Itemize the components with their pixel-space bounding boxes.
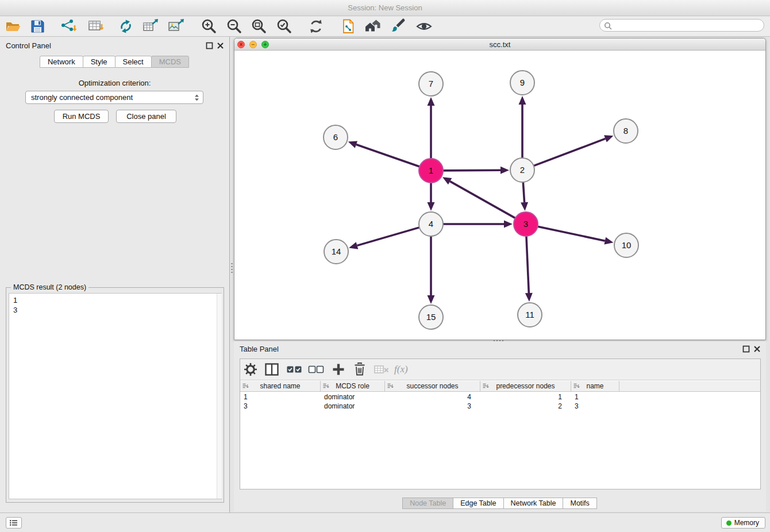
float-icon — [742, 345, 750, 353]
float-icon — [206, 42, 213, 49]
network-node-6[interactable]: 6 — [324, 125, 348, 149]
network-edge[interactable] — [428, 183, 435, 211]
tab-label: Select — [123, 57, 144, 66]
run-mcds-button[interactable]: Run MCDS — [54, 110, 109, 123]
network-node-2[interactable]: 2 — [510, 158, 534, 182]
network-node-10[interactable]: 10 — [614, 233, 638, 257]
result-scrollbar[interactable] — [217, 294, 222, 499]
tab-select[interactable]: Select — [115, 56, 152, 68]
network-node-3[interactable]: 3 — [514, 212, 538, 236]
close-table-panel-button[interactable] — [753, 345, 761, 353]
clone-network-button[interactable] — [339, 17, 357, 36]
network-edge[interactable] — [521, 182, 528, 211]
network-canvas[interactable]: 7968124314101511 — [234, 51, 765, 340]
destroy-table-button[interactable] — [373, 361, 390, 378]
table-row[interactable]: 3dominator323 — [240, 402, 760, 411]
float-table-panel-button[interactable] — [742, 345, 750, 353]
network-edge[interactable] — [534, 135, 614, 165]
optimization-criterion-label: Optimization criterion: — [0, 79, 229, 87]
column-header-MCDS-role[interactable]: MCDS role — [321, 381, 385, 392]
column-header-name[interactable]: name — [571, 381, 619, 392]
table-row[interactable]: 1dominator411 — [240, 392, 760, 402]
column-header-successor-nodes[interactable]: successor nodes — [385, 381, 480, 392]
zoom-fit-button[interactable] — [249, 17, 268, 36]
network-edge[interactable] — [348, 141, 419, 167]
window-titlebar: Session: New Session — [0, 0, 770, 16]
show-hide-panel-button[interactable] — [415, 17, 433, 36]
select-all-button[interactable] — [286, 361, 303, 378]
network-node-15[interactable]: 15 — [419, 305, 443, 329]
home-view-button[interactable] — [364, 17, 382, 36]
tab-network-table[interactable]: Network Table — [503, 498, 564, 509]
zoom-fit-icon — [250, 18, 267, 35]
close-window-button[interactable] — [237, 41, 245, 48]
save-session-button[interactable] — [28, 17, 47, 36]
svg-text:9: 9 — [520, 78, 525, 87]
columns-icon — [263, 361, 280, 378]
save-icon — [29, 18, 46, 35]
add-column-button[interactable] — [330, 361, 347, 378]
memory-button[interactable]: Memory — [721, 517, 765, 529]
network-edge[interactable] — [428, 236, 435, 304]
plus-icon — [330, 361, 347, 378]
open-folder-icon — [5, 18, 22, 35]
column-header-predecessor-nodes[interactable]: predecessor nodes — [480, 381, 571, 392]
style-paint-button[interactable] — [389, 17, 407, 36]
network-node-9[interactable]: 9 — [510, 71, 534, 95]
vertical-splitter[interactable] — [230, 37, 234, 512]
network-edge[interactable] — [442, 177, 515, 218]
column-header-shared-name[interactable]: shared name — [240, 381, 321, 392]
network-node-11[interactable]: 11 — [518, 303, 542, 327]
zoom-out-button[interactable] — [225, 17, 243, 36]
fx-icon: f(x) — [394, 364, 408, 375]
zoom-in-button[interactable] — [199, 17, 218, 36]
mcds-result-groupbox: MCDS result (2 nodes) 1 3 — [6, 287, 224, 503]
zoom-window-button[interactable] — [261, 41, 269, 48]
tab-style[interactable]: Style — [83, 56, 116, 68]
network-node-4[interactable]: 4 — [419, 212, 443, 236]
network-window-title: scc.txt — [490, 40, 511, 49]
float-panel-button[interactable] — [206, 42, 213, 49]
network-node-1[interactable]: 1 — [419, 159, 443, 183]
network-node-8[interactable]: 8 — [614, 119, 638, 143]
unselect-all-button[interactable] — [307, 361, 325, 378]
export-image-button[interactable] — [167, 17, 185, 36]
delete-column-button[interactable] — [351, 361, 368, 378]
network-node-14[interactable]: 14 — [324, 240, 348, 264]
close-panel-button[interactable] — [217, 42, 224, 49]
network-edge[interactable] — [538, 226, 614, 244]
show-columns-button[interactable] — [263, 361, 280, 378]
tab-network[interactable]: Network — [40, 56, 83, 68]
tab-node-table[interactable]: Node Table — [402, 498, 453, 509]
apply-layout-button[interactable] — [117, 17, 135, 36]
network-edge[interactable] — [349, 228, 419, 249]
network-edge[interactable] — [443, 221, 513, 228]
zoom-selected-button[interactable] — [275, 17, 293, 36]
column-header-filler — [619, 381, 760, 392]
task-history-button[interactable] — [6, 517, 22, 529]
import-network-button[interactable] — [59, 17, 78, 36]
network-edge[interactable] — [525, 236, 533, 302]
mcds-result-title: MCDS result (2 nodes) — [11, 283, 88, 291]
search-input[interactable] — [614, 20, 761, 30]
network-edge[interactable] — [443, 167, 509, 174]
tab-mcds[interactable]: MCDS — [151, 56, 189, 68]
export-table-button[interactable] — [141, 17, 160, 36]
svg-text:3: 3 — [523, 219, 528, 229]
network-edge[interactable] — [519, 96, 526, 158]
table-settings-button[interactable] — [242, 361, 259, 378]
import-table-button[interactable] — [87, 17, 105, 36]
close-panel-action-button[interactable]: Close panel — [116, 110, 176, 123]
splitter-grip[interactable] — [231, 263, 233, 273]
minimize-window-button[interactable] — [249, 41, 257, 48]
column-header-label: shared name — [240, 381, 320, 391]
network-node-7[interactable]: 7 — [419, 72, 443, 96]
network-edge[interactable] — [428, 97, 435, 159]
function-builder-button[interactable]: f(x) — [394, 361, 411, 378]
mcds-result-text[interactable]: 1 3 — [9, 293, 222, 499]
refresh-view-button[interactable] — [307, 17, 325, 36]
tab-edge-table[interactable]: Edge Table — [453, 498, 503, 509]
open-session-button[interactable] — [4, 17, 22, 36]
tab-motifs[interactable]: Motifs — [563, 498, 596, 509]
criterion-select[interactable]: strongly connected component — [25, 91, 203, 104]
